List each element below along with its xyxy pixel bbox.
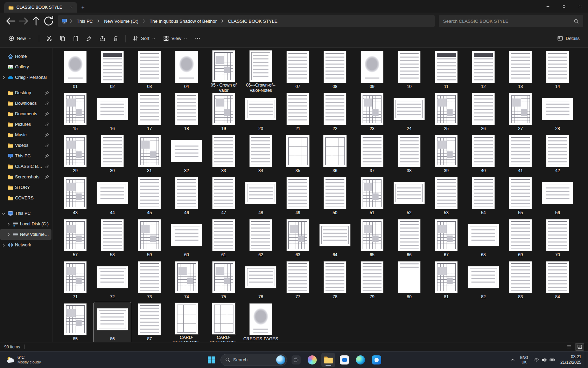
file-item[interactable]: 58: [94, 218, 131, 260]
file-item[interactable]: 32: [168, 134, 205, 176]
up-button[interactable]: [30, 15, 42, 27]
file-item[interactable]: CARD-REFERENCE-PAGE-02: [205, 302, 242, 342]
file-item[interactable]: 07: [279, 50, 316, 92]
file-item[interactable]: 17: [131, 92, 168, 134]
file-item[interactable]: 20: [242, 92, 279, 134]
file-item[interactable]: 53: [428, 176, 465, 218]
delete-button[interactable]: [109, 32, 122, 45]
sidebar-item-desktop[interactable]: Desktop: [0, 88, 51, 98]
file-item[interactable]: 81: [428, 260, 465, 302]
hidden-icons-button[interactable]: [507, 353, 518, 367]
file-item[interactable]: 31: [131, 134, 168, 176]
explorer-tab[interactable]: CLASSIC BOOK STYLE: [4, 2, 77, 13]
breadcrumb-item[interactable]: The Iniquitous Shadow of Belthor: [147, 18, 219, 25]
sidebar-item-local-disk-c[interactable]: Local Disk (C:): [0, 219, 51, 229]
file-item[interactable]: 02: [94, 50, 131, 92]
chevron-right-icon[interactable]: [1, 75, 6, 80]
address-bar[interactable]: This PCNew Volume (D:)The Iniquitous Sha…: [58, 15, 435, 27]
file-item[interactable]: 08: [316, 50, 354, 92]
file-item[interactable]: 82: [465, 260, 502, 302]
file-item[interactable]: 43: [57, 176, 94, 218]
file-item[interactable]: 62: [242, 218, 279, 260]
breadcrumb-item[interactable]: This PC: [75, 18, 95, 25]
sidebar-item-videos[interactable]: Videos: [0, 140, 51, 151]
file-item[interactable]: 52: [391, 176, 428, 218]
file-item[interactable]: 44: [94, 176, 131, 218]
file-item[interactable]: 70: [539, 218, 576, 260]
file-item[interactable]: 86: [94, 302, 131, 342]
file-item[interactable]: 79: [354, 260, 391, 302]
file-item[interactable]: 38: [391, 134, 428, 176]
file-item[interactable]: CREDITS-PAGES: [242, 302, 279, 342]
show-desktop-button[interactable]: [585, 352, 587, 368]
search-input[interactable]: [439, 15, 583, 27]
file-item[interactable]: 35: [279, 134, 316, 176]
sidebar-item-documents[interactable]: Documents: [0, 109, 51, 119]
view-button[interactable]: View: [160, 32, 191, 45]
file-item[interactable]: 36: [316, 134, 354, 176]
close-button[interactable]: [572, 0, 588, 13]
refresh-button[interactable]: [43, 15, 55, 27]
file-item[interactable]: 47: [205, 176, 242, 218]
back-button[interactable]: [5, 15, 17, 27]
file-item[interactable]: 41: [502, 134, 539, 176]
file-item[interactable]: 80: [391, 260, 428, 302]
breadcrumb-item[interactable]: CLASSIC BOOK STYLE: [226, 18, 280, 25]
chevron-right-icon[interactable]: [6, 232, 11, 237]
file-item[interactable]: 51: [354, 176, 391, 218]
file-item[interactable]: 42: [539, 134, 576, 176]
tab-close-icon[interactable]: [68, 4, 74, 11]
file-item[interactable]: 10: [391, 50, 428, 92]
share-button[interactable]: [96, 32, 108, 45]
file-item[interactable]: 48: [242, 176, 279, 218]
file-item[interactable]: 59: [131, 218, 168, 260]
file-item[interactable]: 06---Crown-of--Valor-Notes: [242, 50, 279, 92]
sidebar-item-this-pc[interactable]: This PC: [0, 151, 51, 161]
file-item[interactable]: 65: [354, 218, 391, 260]
file-item[interactable]: 85: [57, 302, 94, 342]
sidebar-item-pictures[interactable]: Pictures: [0, 119, 51, 130]
file-item[interactable]: 23: [354, 92, 391, 134]
file-item[interactable]: 75: [205, 260, 242, 302]
file-item[interactable]: 15: [57, 92, 94, 134]
file-item[interactable]: 78: [316, 260, 354, 302]
file-item[interactable]: 12: [465, 50, 502, 92]
cut-button[interactable]: [43, 32, 55, 45]
details-button[interactable]: Details: [554, 32, 583, 45]
file-item[interactable]: 77: [279, 260, 316, 302]
taskbar-search[interactable]: Search: [220, 354, 287, 366]
file-item[interactable]: 29: [57, 134, 94, 176]
sort-button[interactable]: Sort: [129, 32, 159, 45]
file-item[interactable]: 40: [465, 134, 502, 176]
thumbnail-view-toggle[interactable]: [575, 343, 584, 350]
file-item[interactable]: 66: [391, 218, 428, 260]
file-item[interactable]: 50: [316, 176, 354, 218]
file-item[interactable]: 61: [205, 218, 242, 260]
file-item[interactable]: 04: [168, 50, 205, 92]
copy-button[interactable]: [56, 32, 69, 45]
sidebar-item-music[interactable]: Music: [0, 130, 51, 140]
file-item[interactable]: 27: [502, 92, 539, 134]
file-item[interactable]: CARD-REFERENCE-PAGE-01: [168, 302, 205, 342]
file-item[interactable]: 30: [94, 134, 131, 176]
file-item[interactable]: 14: [539, 50, 576, 92]
file-item[interactable]: 26: [465, 92, 502, 134]
details-view-toggle[interactable]: [565, 343, 573, 350]
sidebar-item-downloads[interactable]: Downloads: [0, 98, 51, 109]
more-options-button[interactable]: [191, 32, 204, 45]
file-item[interactable]: 37: [354, 134, 391, 176]
file-item[interactable]: 16: [94, 92, 131, 134]
copilot-icon[interactable]: [305, 353, 319, 367]
file-item[interactable]: 25: [428, 92, 465, 134]
chevron-right-icon[interactable]: [1, 243, 6, 247]
sidebar-item-screenshots[interactable]: Screenshots: [0, 172, 51, 182]
file-item[interactable]: 09: [354, 50, 391, 92]
sidebar-item-gallery[interactable]: Gallery: [0, 62, 51, 72]
search-box[interactable]: [439, 15, 583, 27]
file-item[interactable]: 49: [279, 176, 316, 218]
sidebar-item-home[interactable]: Home: [0, 51, 51, 62]
clock[interactable]: 03:21 21/12/2025: [558, 354, 585, 365]
file-item[interactable]: 33: [205, 134, 242, 176]
rename-button[interactable]: [83, 32, 95, 45]
file-item[interactable]: 76: [242, 260, 279, 302]
